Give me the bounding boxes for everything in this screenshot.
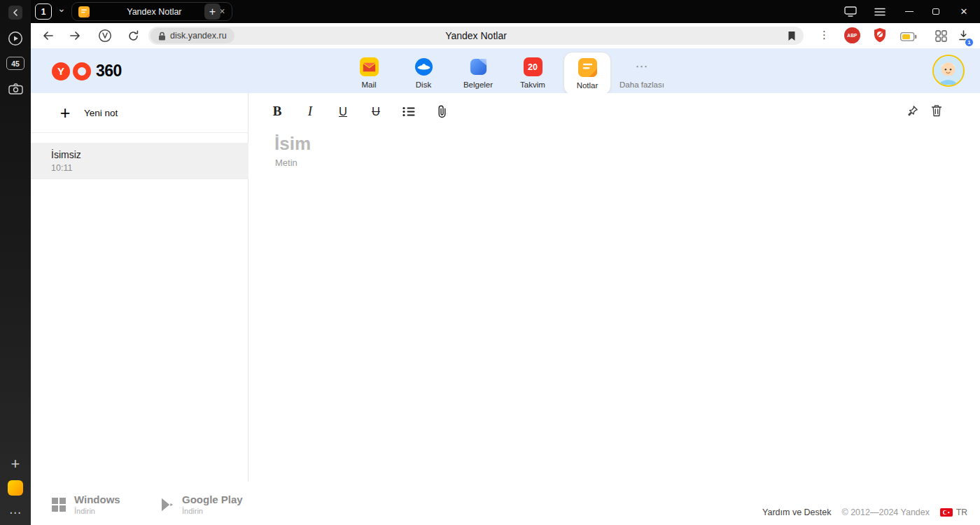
services-nav: Mail Disk Belgeler 20 Takvim <box>345 52 666 95</box>
avatar[interactable] <box>932 55 965 87</box>
tab-title: Yandex Notlar <box>96 7 213 17</box>
downloads-button[interactable]: 1 <box>958 29 969 44</box>
googleplay-icon <box>161 498 174 512</box>
new-note-label: Yeni not <box>84 108 118 118</box>
refresh-icon <box>127 30 139 42</box>
bullet-list-icon <box>402 106 415 117</box>
page-footer: Windows İndirin Google Play İndirin Yard… <box>31 482 980 525</box>
service-label: Belgeler <box>463 80 493 89</box>
note-title: İsimsiz <box>51 149 240 160</box>
note-list-item[interactable]: İsimsiz 10:11 <box>31 143 248 179</box>
window-maximize-button[interactable] <box>924 0 948 23</box>
store-subtitle: İndirin <box>74 507 120 515</box>
yandex-app-button[interactable] <box>0 480 31 496</box>
italic-button[interactable]: I <box>303 103 317 120</box>
service-label: Disk <box>416 80 431 89</box>
address-bar[interactable]: disk.yandex.ru Yandex Notlar <box>148 27 804 45</box>
back-icon <box>41 30 54 41</box>
yandex-protect-button[interactable] <box>97 29 113 43</box>
service-notlar[interactable]: Notlar <box>564 52 611 95</box>
adblock-extension-button[interactable]: ABP <box>844 27 860 43</box>
bullet-list-button[interactable] <box>402 103 416 120</box>
service-label: Notlar <box>577 81 598 90</box>
shield-extension-button[interactable] <box>873 27 887 46</box>
yandex-circle-icon <box>98 29 112 43</box>
language-label: TR <box>956 507 967 517</box>
plus-icon: + <box>11 455 20 473</box>
bold-button[interactable]: B <box>270 103 284 120</box>
site-domain: disk.yandex.ru <box>170 31 227 41</box>
panel-add-button[interactable]: + <box>0 455 31 473</box>
attach-button[interactable] <box>435 103 449 120</box>
calendar-icon: 20 <box>524 57 542 76</box>
video-button[interactable] <box>0 31 31 46</box>
note-title-input[interactable]: İsim <box>274 133 311 155</box>
yandex360-logo[interactable]: Y 360 <box>52 62 122 80</box>
panel-toggle-button[interactable] <box>0 5 31 20</box>
play-icon <box>8 31 23 46</box>
googleplay-download-link[interactable]: Google Play İndirin <box>161 493 243 515</box>
note-time: 10:11 <box>51 163 240 173</box>
service-takvim[interactable]: 20 Takvim <box>509 52 556 95</box>
notes-favicon <box>78 6 90 18</box>
browser-menu-button[interactable] <box>868 0 892 23</box>
notes-icon <box>578 58 597 77</box>
chevron-down-icon[interactable]: ⌄ <box>57 3 66 14</box>
tab-bar: 1 ⌄ Yandex Notlar ✕ + ✕ <box>31 0 980 23</box>
note-body-input[interactable]: Metin <box>275 158 298 168</box>
omnibox-menu-button[interactable]: ⋮ <box>819 29 830 41</box>
windows-download-link[interactable]: Windows İndirin <box>52 493 120 515</box>
cast-button[interactable] <box>839 0 862 23</box>
counter-badge-button[interactable]: 45 <box>0 57 31 70</box>
yandex-logo-icon: Y <box>52 62 70 80</box>
turkey-flag-icon <box>940 508 953 517</box>
paperclip-icon <box>436 105 447 118</box>
underline-button[interactable]: U <box>336 103 350 120</box>
forward-button[interactable] <box>67 29 84 43</box>
screenshot-button[interactable] <box>0 83 31 94</box>
note-editor: B I U U İsim Metin <box>249 93 980 482</box>
back-button[interactable] <box>39 29 56 43</box>
ellipsis-icon: ⋯ <box>9 505 22 520</box>
pin-note-button[interactable] <box>906 105 918 120</box>
service-mail[interactable]: Mail <box>345 52 393 95</box>
service-more[interactable]: ⋯ Daha fazlası <box>618 52 666 95</box>
camera-icon <box>8 83 23 94</box>
panel-more-button[interactable]: ⋯ <box>0 505 31 520</box>
new-note-button[interactable]: + Yeni not <box>31 93 248 133</box>
more-icon: ⋯ <box>633 57 652 76</box>
site-domain-chip[interactable]: disk.yandex.ru <box>150 28 234 43</box>
service-belgeler[interactable]: Belgeler <box>454 52 502 95</box>
collections-button[interactable] <box>935 30 947 45</box>
new-tab-button[interactable]: + <box>204 4 220 20</box>
maximize-icon <box>932 8 939 15</box>
strikethrough-button[interactable]: U <box>369 103 383 120</box>
store-title: Windows <box>74 493 120 505</box>
page-title: Yandex Notlar <box>445 27 507 45</box>
battery-saver-button[interactable] <box>900 31 917 44</box>
panel-toggle-icon <box>8 5 23 20</box>
language-switcher[interactable]: TR <box>940 507 967 517</box>
delete-note-button[interactable] <box>931 104 942 120</box>
shield-icon <box>873 27 887 43</box>
pin-icon <box>906 105 918 117</box>
mail-icon <box>360 57 379 76</box>
disk-icon <box>414 57 433 76</box>
yandex-app-icon <box>8 480 23 496</box>
browser-side-panel: 45 + ⋯ <box>0 0 31 525</box>
bookmark-button[interactable] <box>788 31 796 44</box>
window-close-button[interactable]: ✕ <box>952 0 976 23</box>
cast-icon <box>844 6 857 17</box>
footer-right: Yardım ve Destek © 2012—2024 Yandex TR <box>762 507 967 517</box>
help-link[interactable]: Yardım ve Destek <box>762 507 831 517</box>
store-title: Google Play <box>182 493 243 505</box>
refresh-button[interactable] <box>125 29 141 43</box>
tab-list-button[interactable]: 1 <box>35 4 52 20</box>
store-subtitle: İndirin <box>182 507 243 515</box>
service-disk[interactable]: Disk <box>400 52 447 95</box>
lock-icon <box>158 31 166 41</box>
copyright-text: © 2012—2024 Yandex <box>841 507 930 517</box>
browser-toolbar: disk.yandex.ru Yandex Notlar ⋮ ABP 1 <box>31 23 980 48</box>
format-toolbar: B I U U <box>270 103 449 120</box>
window-minimize-button[interactable] <box>897 0 921 23</box>
